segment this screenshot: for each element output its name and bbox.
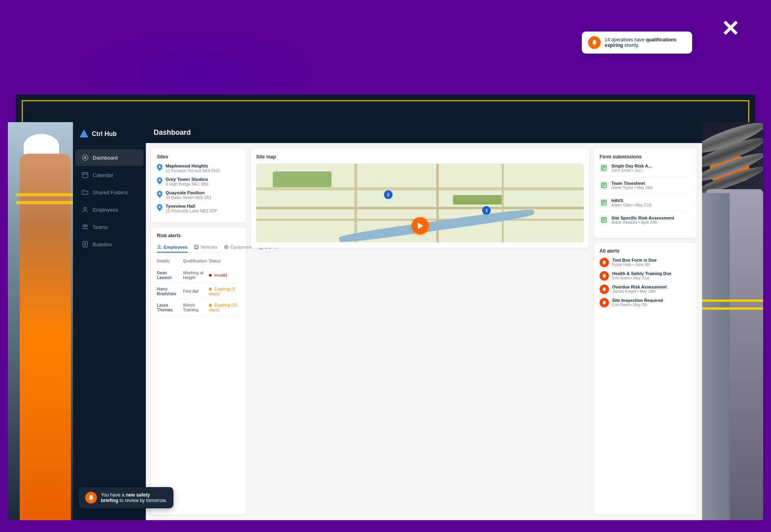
toast-bell-left xyxy=(85,492,97,504)
risk-status-2: Expiring (21 days) xyxy=(209,303,240,312)
svg-point-22 xyxy=(225,246,227,248)
form-meta-3: Abbie Hawkins • April 24th xyxy=(611,220,674,225)
site-item-0[interactable]: Maplewood Heights 12 Fenwick Terrace NE6… xyxy=(157,164,240,173)
map-play-button[interactable] xyxy=(412,217,429,234)
status-dot-expiring-1 xyxy=(209,288,212,290)
risk-tab-vehicles[interactable]: Vehicles xyxy=(194,242,218,253)
site-item-2[interactable]: Quayside Pavilion 34 Baltic Street NE8 1… xyxy=(157,190,240,200)
left-column: Sites Maplewood Heights 12 Fenwick Terra… xyxy=(151,149,246,515)
all-alerts-card: All alerts Tool Box Form is Due Rosie Ha… xyxy=(594,243,697,515)
risk-status-0: Invalid xyxy=(209,273,240,277)
risk-alerts-card: Risk alerts Employees Vehicles Equip xyxy=(151,227,246,515)
site-address-2: 34 Baltic Street NE8 1BJ xyxy=(166,195,211,200)
form-item-0[interactable]: Single Day Risk A... John Smith • Jun... xyxy=(600,164,691,177)
site-name-2: Quayside Pavilion xyxy=(166,190,211,195)
risk-row-0: Sean Lawson Working at Height Invalid xyxy=(157,267,240,283)
risk-tab-equipment[interactable]: Equipment xyxy=(224,242,252,253)
form-submissions-title: Form submissions xyxy=(600,154,691,160)
folder-icon xyxy=(82,189,89,196)
site-location-icon-0 xyxy=(157,164,162,171)
site-name-3: Tyneview Hall xyxy=(166,204,217,208)
alert-title-2: Overdue Risk Assessment xyxy=(612,285,667,289)
svg-point-43 xyxy=(604,264,605,265)
svg-point-2 xyxy=(84,156,86,159)
alert-meta-2: James Knight • May 18th xyxy=(612,289,667,294)
form-name-3: Site Specific Risk Assessment xyxy=(611,216,674,220)
risk-tabs: Employees Vehicles Equipment DSPs xyxy=(157,242,240,253)
status-dot-invalid xyxy=(209,274,212,277)
svg-rect-3 xyxy=(82,173,88,178)
logo-icon xyxy=(79,129,89,139)
sidebar-item-bulletins[interactable]: Bulletins xyxy=(75,236,143,253)
dashboard-header: Dashboard xyxy=(146,122,702,143)
risk-employee-2: Laura Thomas xyxy=(157,303,183,312)
sidebar-item-calendar-label: Calendar xyxy=(93,172,114,178)
alert-item-1[interactable]: Health & Safety Training Due Erin Reed •… xyxy=(600,271,691,281)
sites-title: Sites xyxy=(157,154,240,160)
col-details: Details xyxy=(157,259,183,263)
site-name-0: Maplewood Heights xyxy=(166,164,220,168)
alert-bell-icon-1 xyxy=(600,271,609,281)
sidebar-item-shared-folders[interactable]: Shared Folders xyxy=(75,184,143,201)
form-name-0: Single Day Risk A... xyxy=(611,164,652,168)
col-status: Status xyxy=(209,259,240,263)
sidebar-navigation: Dashboard Calendar xyxy=(73,146,146,256)
sidebar-item-dashboard[interactable]: Dashboard xyxy=(75,149,143,166)
map-pin-2[interactable]: 2 xyxy=(384,190,393,199)
svg-point-8 xyxy=(83,225,85,227)
sidebar: Ctrl Hub Dashboard xyxy=(73,122,146,520)
risk-qualification-2: Winch Training xyxy=(183,303,209,312)
sidebar-logo: Ctrl Hub xyxy=(73,122,146,146)
site-item-1[interactable]: Grey Tower Studios 9 High Bridge NE1 6BX xyxy=(157,177,240,186)
form-doc-icon-2 xyxy=(600,198,608,207)
right-column: Form submissions Single Day Risk A... Jo… xyxy=(594,149,697,515)
toast-top-right: 14 operatives have qualifications expiri… xyxy=(582,32,692,54)
risk-status-1: Expiring (5 days) xyxy=(209,286,240,296)
alert-bell-icon-0 xyxy=(600,258,609,267)
dashboard-grid: Sites Maplewood Heights 12 Fenwick Terra… xyxy=(146,143,702,520)
all-alerts-title: All alerts xyxy=(600,248,691,254)
toast-right-text: 14 operatives have qualifications expiri… xyxy=(605,37,686,48)
alert-title-1: Health & Safety Training Due xyxy=(612,271,671,276)
alert-title-0: Tool Box Form is Due xyxy=(612,258,657,262)
site-item-3[interactable]: Tyneview Hall 15 Riverside Lane NE2 2DP xyxy=(157,204,240,213)
svg-point-46 xyxy=(604,304,605,305)
alert-item-2[interactable]: Overdue Risk Assessment James Knight • M… xyxy=(600,285,691,294)
risk-row-2: Laura Thomas Winch Training Expiring (21… xyxy=(157,299,240,316)
page-title: Dashboard xyxy=(154,128,191,136)
sidebar-item-teams[interactable]: Teams xyxy=(75,219,143,235)
main-content: Dashboard Sites Maplewood Heights 12 Fen… xyxy=(146,122,702,520)
site-location-icon-3 xyxy=(157,204,162,211)
worker-photo-right xyxy=(698,122,763,520)
sites-card: Sites Maplewood Heights 12 Fenwick Terra… xyxy=(151,149,246,223)
svg-point-7 xyxy=(84,207,86,210)
form-item-2[interactable]: HAVS Adam Giles • May 21st xyxy=(600,198,691,212)
form-item-3[interactable]: Site Specific Risk Assessment Abbie Hawk… xyxy=(600,216,691,229)
toast-left-text: You have a new safety briefing to review… xyxy=(101,492,167,503)
risk-alerts-title: Risk alerts xyxy=(157,233,240,238)
risk-table-header: Details Qualification Status xyxy=(157,257,240,265)
worker-photo-left xyxy=(8,122,79,520)
form-meta-1: Oliver Taylor • May 28th xyxy=(611,186,653,190)
sidebar-item-dashboard-label: Dashboard xyxy=(93,155,118,161)
col-qualification: Qualification xyxy=(183,259,209,263)
sidebar-item-calendar[interactable]: Calendar xyxy=(75,167,143,183)
calendar-icon xyxy=(82,171,89,179)
form-item-1[interactable]: Team Timesheet Oliver Taylor • May 28th xyxy=(600,181,691,194)
svg-point-16 xyxy=(159,193,161,195)
document-icon xyxy=(82,241,89,248)
svg-point-15 xyxy=(159,179,161,181)
x-logo: ✕ xyxy=(721,16,739,41)
play-icon xyxy=(418,223,423,229)
svg-point-23 xyxy=(224,246,228,249)
sidebar-item-teams-label: Teams xyxy=(93,224,108,230)
form-doc-icon-0 xyxy=(600,164,608,172)
svg-point-48 xyxy=(594,45,595,46)
alert-item-0[interactable]: Tool Box Form is Due Rosie Hale • June 9… xyxy=(600,258,691,267)
people-icon xyxy=(82,223,89,231)
alert-item-3[interactable]: Site Inspection Required Erin Reed • May… xyxy=(600,298,691,307)
sidebar-item-employees[interactable]: Employees xyxy=(75,201,143,218)
map-view[interactable]: 2 3 xyxy=(256,164,584,242)
svg-point-9 xyxy=(86,225,88,227)
risk-tab-employees[interactable]: Employees xyxy=(157,242,188,253)
